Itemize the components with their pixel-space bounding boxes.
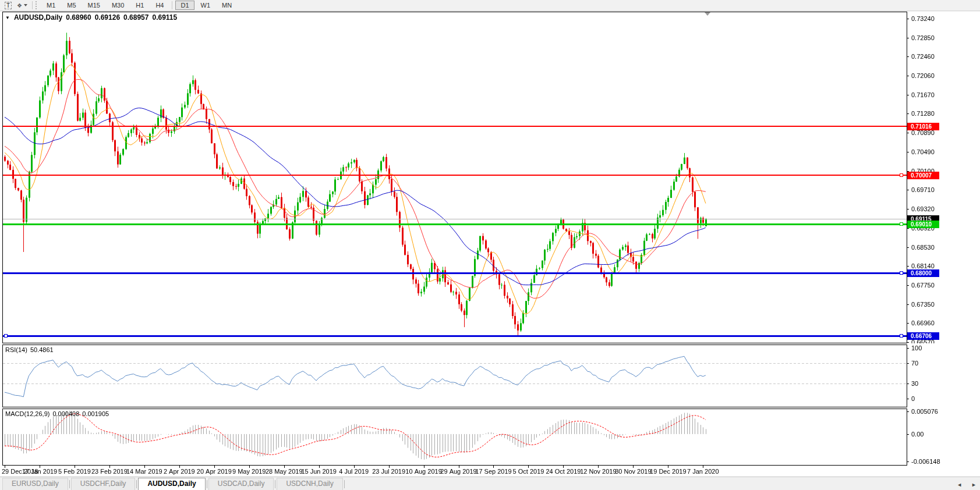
ohlc-high-value: 0.69126 xyxy=(95,13,120,22)
ohlc-low-value: 0.68957 xyxy=(123,13,148,22)
trading-platform-window: T ❖ M1 M5 M15 M30 H1 H4 D1 W1 MN ▼ AUDUS… xyxy=(0,0,980,490)
text-tool-icon: T xyxy=(5,2,12,9)
tabs-scroll-left-icon[interactable]: ◄ xyxy=(957,482,962,488)
timeframe-button-m1[interactable]: M1 xyxy=(41,1,61,10)
macd-indicator-canvas[interactable] xyxy=(0,409,980,466)
rsi-indicator-canvas[interactable] xyxy=(0,345,980,407)
macd-main-value: 0.000408 xyxy=(52,410,79,417)
rsi-value: 50.4861 xyxy=(30,346,54,353)
ohlc-close-value: 0.69115 xyxy=(152,13,177,22)
tab-divider xyxy=(344,480,345,488)
toolbar: T ❖ M1 M5 M15 M30 H1 H4 D1 W1 MN xyxy=(0,0,980,11)
timeframe-button-w1[interactable]: W1 xyxy=(196,1,216,10)
tab-usdcad-daily[interactable]: USDCAD,Daily xyxy=(208,478,274,490)
text-tool-button[interactable]: T xyxy=(2,1,14,10)
tab-eurusd-daily[interactable]: EURUSD,Daily xyxy=(2,478,68,490)
tab-scroll-controls: ◄ ► xyxy=(957,482,977,488)
date-axis-canvas xyxy=(0,466,980,476)
tab-usdchf-daily[interactable]: USDCHF,Daily xyxy=(71,478,136,490)
tab-audusd-daily[interactable]: AUDUSD,Daily xyxy=(138,478,205,490)
timeframe-button-m15[interactable]: M15 xyxy=(83,1,105,10)
tab-divider xyxy=(275,480,275,488)
chart-tab-bar: EURUSD,Daily USDCHF,Daily AUDUSD,Daily U… xyxy=(0,477,980,490)
collapse-caret-icon[interactable]: ▼ xyxy=(5,15,10,20)
tab-usdcnh-daily[interactable]: USDCNH,Daily xyxy=(277,478,342,490)
rsi-indicator-label: RSI(14) 50.4861 xyxy=(5,346,54,353)
chart-title: ▼ AUDUSD,Daily 0.68960 0.69126 0.68957 0… xyxy=(5,13,177,22)
timeframe-button-mn[interactable]: MN xyxy=(217,1,237,10)
timeframe-button-m5[interactable]: M5 xyxy=(62,1,81,10)
cursor-tool-icon: ❖ xyxy=(17,2,22,9)
tab-divider xyxy=(207,480,207,488)
tab-divider xyxy=(69,480,70,488)
timeframe-button-h1[interactable]: H1 xyxy=(130,1,149,10)
rsi-name: RSI(14) xyxy=(5,346,27,353)
timeframe-button-h4[interactable]: H4 xyxy=(150,1,169,10)
toolbar-separator xyxy=(32,1,33,9)
timeframe-button-m30[interactable]: M30 xyxy=(107,1,129,10)
timeframe-button-d1[interactable]: D1 xyxy=(175,1,194,10)
macd-name: MACD(12,26,9) xyxy=(5,410,49,417)
chart-region: ▼ AUDUSD,Daily 0.68960 0.69126 0.68957 0… xyxy=(0,12,980,476)
ohlc-open-value: 0.68960 xyxy=(66,13,91,22)
macd-signal-value: 0.001905 xyxy=(82,410,109,417)
toolbar-separator xyxy=(172,1,172,9)
tabs-scroll-right-icon[interactable]: ► xyxy=(971,482,977,488)
chevron-down-icon xyxy=(24,4,27,6)
chart-symbol-label: AUDUSD,Daily xyxy=(14,13,62,22)
toolbar-grip[interactable] xyxy=(36,1,38,9)
main-price-chart-canvas[interactable] xyxy=(0,12,980,343)
tab-divider xyxy=(136,480,137,488)
cursor-tool-button[interactable]: ❖ xyxy=(15,1,29,10)
macd-indicator-label: MACD(12,26,9) 0.000408 0.001905 xyxy=(5,410,109,417)
